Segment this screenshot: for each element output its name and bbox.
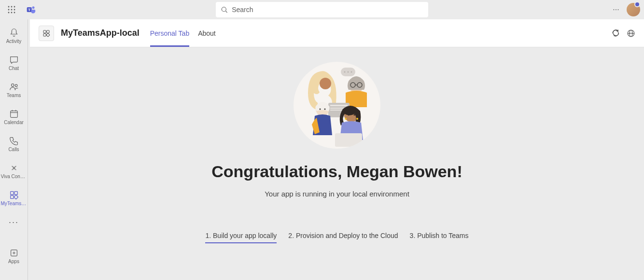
app-rail: Activity Chat Teams Calendar Calls Viva … (0, 19, 28, 280)
waffle-icon (8, 6, 15, 14)
rail-item-calls[interactable]: Calls (0, 131, 28, 156)
congratulations-heading: Congratulations, Megan Bowen! (211, 162, 462, 181)
svg-point-0 (8, 6, 10, 8)
svg-point-54 (345, 118, 347, 120)
rail-label: Chat (9, 66, 19, 71)
step-provision-deploy[interactable]: 2. Provision and Deploy to the Cloud (288, 232, 398, 243)
tab-about[interactable]: About (198, 19, 216, 47)
svg-point-36 (344, 71, 346, 73)
svg-rect-23 (10, 196, 13, 198)
svg-rect-29 (47, 30, 49, 33)
more-options-button[interactable]: ··· (610, 4, 622, 15)
svg-point-52 (348, 114, 350, 116)
svg-point-6 (8, 12, 10, 14)
ellipsis-icon: ··· (9, 217, 19, 227)
rail-label: Calls (8, 147, 19, 152)
svg-point-3 (8, 9, 10, 11)
viva-icon (9, 163, 19, 173)
svg-point-37 (348, 71, 349, 73)
svg-rect-22 (14, 192, 17, 195)
svg-rect-16 (10, 111, 17, 118)
step-publish-teams[interactable]: 3. Publish to Teams (410, 232, 469, 243)
rail-item-teams[interactable]: Teams (0, 77, 28, 102)
svg-point-50 (324, 109, 326, 110)
svg-rect-30 (43, 33, 46, 36)
content-area: MyTeamsApp-local Personal Tab About (28, 19, 644, 280)
svg-point-5 (14, 9, 15, 11)
user-avatar[interactable] (627, 3, 640, 16)
svg-point-53 (354, 114, 355, 116)
svg-rect-28 (43, 30, 46, 33)
svg-rect-21 (10, 192, 13, 195)
status-subtitle: Your app is running in your local enviro… (265, 190, 409, 198)
people-icon (9, 82, 19, 92)
app-title: MyTeamsApp-local (61, 28, 140, 38)
welcome-illustration (294, 62, 380, 149)
rail-label: Apps (8, 259, 19, 264)
rail-label: Teams (7, 93, 21, 98)
phone-icon (9, 136, 19, 146)
svg-line-13 (226, 11, 227, 13)
rail-label: Calendar (4, 120, 24, 125)
app-launcher-button[interactable] (4, 2, 19, 17)
title-bar: T ··· (0, 0, 644, 19)
svg-rect-45 (330, 105, 348, 106)
apps-icon (9, 248, 19, 258)
svg-point-15 (15, 84, 17, 87)
svg-point-2 (14, 6, 15, 8)
rail-item-chat[interactable]: Chat (0, 50, 28, 75)
rail-item-calendar[interactable]: Calendar (0, 104, 28, 129)
svg-point-39 (320, 78, 331, 89)
globe-icon[interactable] (627, 29, 635, 38)
svg-point-8 (14, 12, 15, 14)
ellipsis-icon: ··· (613, 5, 619, 14)
svg-point-38 (351, 71, 352, 73)
search-box[interactable] (216, 2, 428, 17)
svg-point-49 (320, 109, 321, 110)
calendar-icon (9, 109, 19, 119)
tab-header: MyTeamsApp-local Personal Tab About (30, 19, 644, 47)
rail-item-viva-connections[interactable]: Viva Connec... (0, 158, 28, 183)
rail-label: Viva Connec... (1, 174, 27, 179)
tab-content: Congratulations, Megan Bowen! Your app i… (30, 47, 644, 280)
svg-rect-46 (330, 108, 344, 109)
steps-nav: 1. Build your app locally 2. Provision a… (205, 232, 468, 243)
search-input[interactable] (232, 6, 423, 14)
search-icon (221, 6, 228, 14)
chat-icon (9, 55, 19, 65)
svg-point-14 (11, 84, 14, 87)
rail-item-activity[interactable]: Activity (0, 23, 28, 48)
bell-icon (9, 28, 19, 38)
rail-label: Activity (6, 39, 22, 44)
svg-point-1 (11, 6, 13, 8)
svg-point-7 (11, 12, 13, 14)
svg-rect-31 (46, 33, 50, 36)
rail-more-button[interactable]: ··· (0, 212, 28, 232)
rail-item-apps[interactable]: Apps (0, 243, 28, 268)
svg-rect-24 (14, 195, 18, 199)
tab-personal[interactable]: Personal Tab (150, 19, 189, 47)
svg-point-4 (11, 9, 13, 11)
svg-text:T: T (28, 8, 30, 12)
svg-rect-56 (335, 133, 362, 147)
rail-label: MyTeamsA... (1, 201, 27, 206)
app-tile-icon (9, 190, 19, 200)
refresh-icon[interactable] (611, 29, 620, 38)
svg-point-11 (32, 6, 35, 9)
svg-point-12 (222, 7, 226, 12)
app-tile-icon (42, 29, 51, 38)
rail-item-myteamsapp[interactable]: MyTeamsA... (0, 185, 28, 210)
app-icon (39, 26, 54, 41)
svg-point-55 (356, 118, 358, 120)
step-build-locally[interactable]: 1. Build your app locally (205, 232, 277, 243)
teams-logo-icon: T (23, 2, 39, 17)
tabs: Personal Tab About (150, 19, 216, 47)
